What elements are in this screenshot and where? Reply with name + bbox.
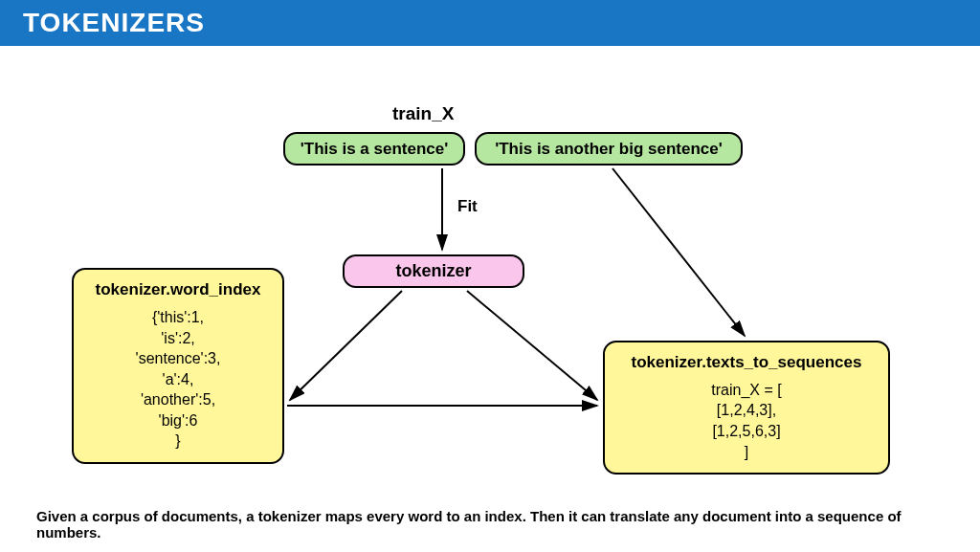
svg-line-1 xyxy=(612,168,745,336)
fit-label: Fit xyxy=(457,197,478,216)
word-index-title: tokenizer.word_index xyxy=(96,280,261,299)
tokenizer-box: tokenizer xyxy=(343,254,524,288)
texts-to-sequences-title: tokenizer.texts_to_sequences xyxy=(632,353,862,372)
word-index-box: tokenizer.word_index {'this':1, 'is':2, … xyxy=(72,268,284,464)
word-index-body: {'this':1, 'is':2, 'sentence':3, 'a':4, … xyxy=(136,307,221,452)
slide-caption: Given a corpus of documents, a tokenizer… xyxy=(36,508,961,541)
svg-line-2 xyxy=(290,291,402,400)
sentence-box-2: 'This is another big sentence' xyxy=(475,132,743,166)
sentence-box-1: 'This is a sentence' xyxy=(283,132,465,166)
texts-to-sequences-box: tokenizer.texts_to_sequences train_X = [… xyxy=(603,341,890,475)
diagram-area: train_X 'This is a sentence' 'This is an… xyxy=(0,46,980,505)
svg-line-3 xyxy=(467,291,597,400)
tokenizer-label: tokenizer xyxy=(395,261,471,281)
slide-title-bar: TOKENIZERS xyxy=(0,0,980,46)
sentence-1-text: 'This is a sentence' xyxy=(301,140,449,159)
sentence-2-text: 'This is another big sentence' xyxy=(495,140,723,159)
train-x-label: train_X xyxy=(392,103,454,124)
slide-title: TOKENIZERS xyxy=(23,8,205,37)
texts-to-sequences-body: train_X = [ [1,2,4,3], [1,2,5,6,3] ] xyxy=(711,380,781,462)
